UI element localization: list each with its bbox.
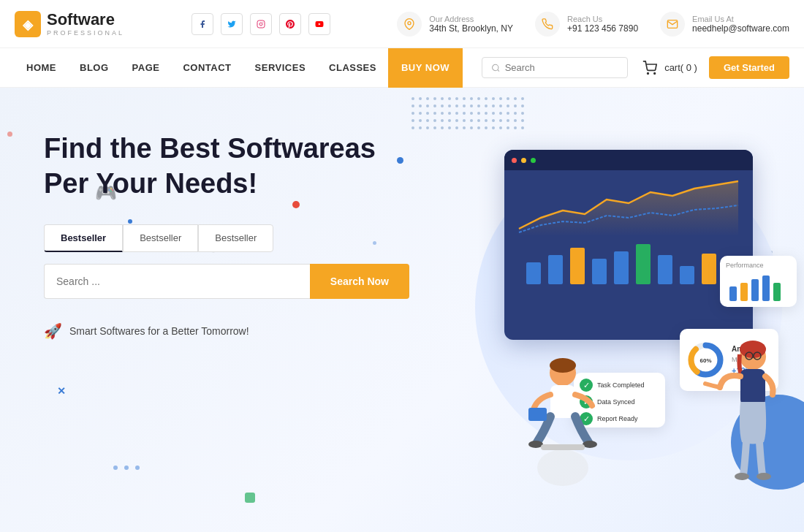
cart-label: cart( 0 )	[664, 62, 697, 73]
svg-rect-18	[570, 248, 585, 284]
mini-bar-chart	[726, 272, 792, 301]
svg-point-9	[648, 72, 649, 74]
svg-rect-22	[658, 255, 672, 284]
svg-rect-17	[548, 255, 563, 284]
address-value: 34th St, Brooklyn, NY	[429, 23, 513, 34]
svg-rect-31	[751, 279, 759, 301]
nav-classes[interactable]: CLASSES	[317, 48, 388, 88]
phone-contact: Reach Us +91 123 456 7890	[535, 12, 638, 37]
facebook-icon[interactable]	[191, 13, 213, 35]
hero-tab-1[interactable]: Bestseller	[44, 224, 123, 252]
blue-dot-3	[113, 466, 118, 470]
svg-rect-30	[740, 283, 748, 301]
female-figure	[691, 336, 778, 497]
search-input[interactable]	[505, 62, 618, 73]
svg-point-48	[537, 449, 588, 486]
email-contact: Email Us At needhelp@software.com	[660, 12, 789, 37]
svg-rect-21	[636, 244, 651, 284]
pinterest-icon[interactable]	[279, 13, 301, 35]
nav-page[interactable]: PAGE	[121, 48, 172, 88]
hero-tabs: Bestseller Bestseller Bestseller	[44, 224, 409, 252]
address-contact: Our Address 34th St, Brooklyn, NY	[397, 12, 513, 37]
rocket-icon: 🚀	[44, 322, 62, 340]
instagram-icon[interactable]	[250, 13, 272, 35]
social-icons	[191, 13, 330, 35]
nav-home[interactable]: HOME	[15, 48, 68, 88]
email-text: Email Us At needhelp@software.com	[692, 15, 789, 34]
svg-rect-19	[592, 259, 607, 284]
nav-right: cart( 0 ) Get Started	[482, 56, 789, 79]
nav-blog[interactable]: BLOG	[68, 48, 121, 88]
youtube-icon[interactable]	[308, 13, 330, 35]
svg-point-38	[756, 473, 771, 480]
buy-now-button[interactable]: BUY NOW	[388, 48, 463, 88]
svg-point-3	[259, 23, 262, 26]
svg-rect-20	[614, 251, 629, 284]
svg-rect-16	[526, 262, 541, 284]
hero-search-input[interactable]	[44, 264, 310, 299]
phone-icon	[535, 12, 560, 37]
blue-dot-4	[124, 466, 129, 470]
hero-illustration: 60% Analytics Monthly +12% ✓ Task Comple…	[409, 110, 804, 532]
svg-point-45	[528, 441, 543, 448]
svg-point-46	[583, 441, 597, 448]
search-icon	[491, 63, 501, 73]
nav-links: HOME BLOG PAGE CONTACT SERVICES CLASSES …	[15, 48, 463, 88]
email-icon	[660, 12, 685, 37]
bar-chart	[512, 240, 746, 284]
email-value: needhelp@software.com	[692, 23, 789, 34]
svg-rect-36	[740, 369, 765, 406]
nav-contact[interactable]: CONTACT	[171, 48, 243, 88]
mini-card-bars: Performance	[720, 256, 797, 307]
logo-main-text: Software	[47, 11, 124, 28]
browser-dot-green	[531, 158, 536, 163]
nav-bar: HOME BLOG PAGE CONTACT SERVICES CLASSES …	[0, 48, 804, 88]
hero-tab-3[interactable]: Bestseller	[198, 224, 273, 252]
svg-point-4	[262, 21, 263, 22]
hero-title: Find the Best Softwareas Per Your Needs!	[44, 132, 409, 201]
browser-dot-red	[512, 158, 517, 163]
svg-rect-24	[702, 254, 716, 284]
get-started-button[interactable]: Get Started	[709, 56, 789, 79]
address-text: Our Address 34th St, Brooklyn, NY	[429, 15, 513, 34]
email-label: Email Us At	[692, 15, 789, 23]
tagline-text: Smart Softwares for a Better Tomorrow!	[69, 325, 249, 337]
green-square-2	[245, 493, 255, 503]
blue-dot-5	[135, 466, 140, 470]
svg-rect-44	[550, 385, 575, 418]
cart-icon	[640, 58, 660, 78]
svg-rect-29	[729, 286, 737, 301]
svg-rect-2	[257, 20, 265, 28]
svg-point-10	[654, 72, 656, 74]
nav-services[interactable]: SERVICES	[243, 48, 318, 88]
svg-rect-32	[762, 276, 770, 301]
svg-line-8	[498, 69, 499, 71]
hero-tagline: 🚀 Smart Softwares for a Better Tomorrow!	[44, 322, 409, 340]
top-bar: ◈ Software PROFESSIONAL O	[0, 0, 804, 48]
logo-text-block: Software PROFESSIONAL	[47, 11, 124, 36]
search-bar[interactable]	[482, 57, 628, 78]
twitter-icon[interactable]	[221, 13, 243, 35]
hero-left: Find the Best Softwareas Per Your Needs!…	[0, 88, 409, 369]
browser-dot-yellow	[521, 158, 526, 163]
browser-bar	[504, 150, 753, 170]
hero-section: ✕ 🎮 Find the Best Softwareas Per Your Ne…	[0, 88, 804, 532]
phone-value: +91 123 456 7890	[567, 23, 638, 34]
hero-tab-2[interactable]: Bestseller	[123, 224, 198, 252]
x-mark: ✕	[57, 385, 66, 397]
logo-sub-text: PROFESSIONAL	[47, 29, 124, 37]
logo-area: ◈ Software PROFESSIONAL	[15, 11, 124, 37]
male-figure	[523, 351, 610, 497]
svg-point-37	[735, 473, 749, 480]
location-icon	[397, 12, 422, 37]
search-now-button[interactable]: Search Now	[310, 264, 409, 299]
contact-info: Our Address 34th St, Brooklyn, NY Reach …	[397, 12, 789, 37]
svg-rect-49	[541, 444, 585, 450]
address-label: Our Address	[429, 15, 513, 23]
line-chart	[512, 178, 746, 236]
svg-point-7	[493, 64, 498, 70]
cart-area[interactable]: cart( 0 )	[640, 58, 697, 78]
svg-point-43	[550, 358, 576, 373]
phone-text: Reach Us +91 123 456 7890	[567, 15, 638, 34]
browser-content	[504, 170, 753, 292]
